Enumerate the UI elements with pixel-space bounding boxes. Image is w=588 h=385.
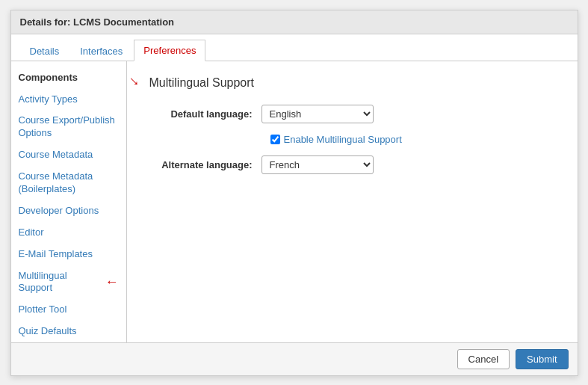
- sidebar-item-course-export[interactable]: Course Export/Publish Options: [11, 110, 126, 144]
- sidebar-item-multilingual-support[interactable]: Multilingual Support ←: [11, 265, 126, 300]
- sidebar-item-course-metadata[interactable]: Course Metadata: [11, 144, 126, 166]
- dialog-header: Details for: LCMS Documentation: [11, 10, 578, 34]
- section-header: → Multilingual Support: [149, 76, 555, 90]
- top-arrow-indicator: →: [127, 70, 146, 92]
- sidebar-item-plotter-tool[interactable]: Plotter Tool: [11, 299, 126, 321]
- enable-multilingual-checkbox[interactable]: [270, 135, 280, 144]
- dialog-title: Details for: LCMS Documentation: [20, 16, 175, 28]
- tab-interfaces[interactable]: Interfaces: [70, 40, 132, 61]
- sidebar: Components Activity Types Course Export/…: [11, 61, 127, 342]
- alternate-language-select[interactable]: French English Spanish German: [261, 155, 374, 174]
- sidebar-item-developer-options[interactable]: Developer Options: [11, 200, 126, 222]
- default-language-row: Default language: English French Spanish…: [149, 105, 555, 123]
- sidebar-item-course-metadata-boilerplates[interactable]: Course Metadata (Boilerplates): [11, 166, 126, 200]
- default-language-label: Default language:: [149, 108, 261, 120]
- tab-details[interactable]: Details: [20, 40, 69, 61]
- submit-button[interactable]: Submit: [516, 349, 568, 369]
- sidebar-group-title: Components: [11, 69, 126, 89]
- alternate-language-label: Alternate language:: [149, 159, 261, 170]
- sidebar-item-editor[interactable]: Editor: [11, 222, 126, 244]
- dialog-footer: Cancel Submit: [11, 342, 578, 375]
- tabs-bar: Details Interfaces Preferences: [11, 34, 578, 61]
- cancel-button[interactable]: Cancel: [457, 349, 510, 369]
- main-panel: → Multilingual Support Default language:…: [127, 61, 578, 342]
- content-area: Components Activity Types Course Export/…: [11, 61, 578, 342]
- main-dialog: Details for: LCMS Documentation Details …: [10, 10, 578, 376]
- sidebar-item-email-templates[interactable]: E-Mail Templates: [11, 244, 126, 265]
- tab-preferences[interactable]: Preferences: [134, 40, 205, 61]
- sidebar-arrow-indicator: ←: [105, 274, 119, 291]
- section-title: Multilingual Support: [149, 76, 255, 90]
- alternate-language-row: Alternate language: French English Spani…: [149, 155, 555, 174]
- sidebar-item-quiz-defaults[interactable]: Quiz Defaults: [11, 321, 126, 342]
- sidebar-item-activity-types[interactable]: Activity Types: [11, 89, 126, 111]
- default-language-select[interactable]: English French Spanish German: [261, 105, 374, 123]
- enable-multilingual-label[interactable]: Enable Multilingual Support: [284, 134, 402, 145]
- enable-multilingual-row: Enable Multilingual Support: [270, 134, 555, 145]
